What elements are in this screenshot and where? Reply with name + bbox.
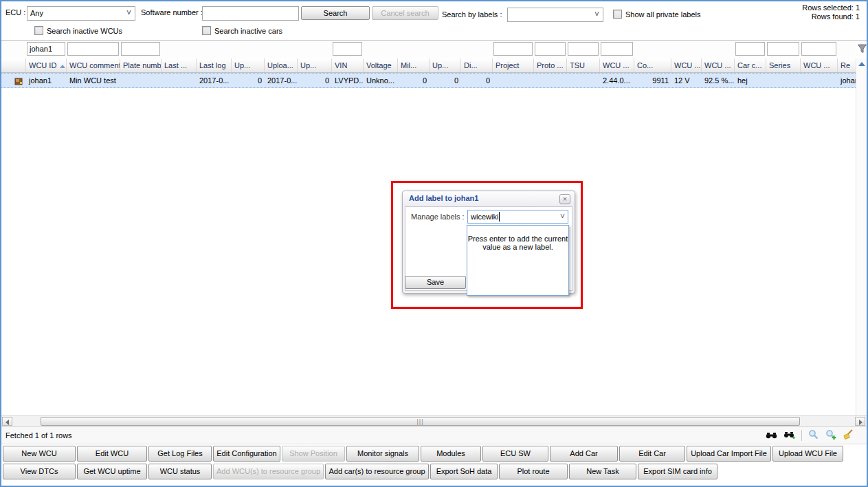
column-header-plate-number[interactable]: Plate number <box>120 58 162 72</box>
new-task-button[interactable]: New Task <box>569 464 636 479</box>
close-icon[interactable]: × <box>559 194 570 204</box>
combobox-value: wicewiki <box>471 213 498 221</box>
filter-input-wcu-id[interactable] <box>27 42 65 56</box>
fetched-rows-text: Fetched 1 of 1 rows <box>5 427 72 444</box>
column-header-co-[interactable]: Co... <box>634 58 671 72</box>
column-header-mil-[interactable]: Mil... <box>398 58 430 72</box>
column-header-last-[interactable]: Last ... <box>162 58 197 72</box>
search-inactive-wcus-label: Search inactive WCUs <box>47 27 122 35</box>
filter-input-wcu-[interactable] <box>801 42 836 56</box>
column-header-up-[interactable]: Up... <box>430 58 461 72</box>
filter-input-proto-[interactable] <box>535 42 566 56</box>
find-icon[interactable] <box>766 430 777 442</box>
wcu-status-button[interactable]: WCU status <box>148 464 212 479</box>
add-car-s-to-resource-group-button[interactable]: Add car(s) to resource group <box>325 464 429 479</box>
column-header-re[interactable]: Re <box>838 58 856 72</box>
column-header-uploa-[interactable]: Uploa... <box>265 58 298 72</box>
dropdown-hint-line1: Press enter to add the current <box>467 235 568 243</box>
rows-found-text: Rows found: 1 <box>812 12 860 21</box>
search-button[interactable]: Search <box>301 6 370 20</box>
save-button[interactable]: Save <box>405 276 466 289</box>
scroll-up-icon[interactable] <box>858 62 865 66</box>
column-header-up-[interactable]: Up... <box>232 58 265 72</box>
magnifier-add-icon[interactable] <box>825 429 836 442</box>
get-wcu-uptime-button[interactable]: Get WCU uptime <box>77 464 147 479</box>
upload-wcu-file-button[interactable]: Upload WCU File <box>772 446 843 462</box>
search-by-labels-label: Search by labels : <box>442 10 502 19</box>
column-header-series[interactable]: Series <box>766 58 801 72</box>
row-cell-di-: 0 <box>461 74 493 87</box>
search-inactive-cars-label: Search inactive cars <box>214 27 282 35</box>
column-header-di-[interactable]: Di... <box>461 58 493 72</box>
column-header-car-c-[interactable]: Car c... <box>735 58 766 72</box>
filter-input-project[interactable] <box>493 42 533 56</box>
column-header-project[interactable]: Project <box>493 58 534 72</box>
dialog-titlebar[interactable]: Add label to johan1 × <box>403 191 575 206</box>
filter-input-wcu-[interactable] <box>601 42 633 56</box>
filter-input-car-c-[interactable] <box>735 42 765 56</box>
text-cursor <box>499 212 500 221</box>
column-header-selector[interactable] <box>1 58 26 72</box>
column-header-tsu[interactable]: TSU <box>567 58 600 72</box>
vertical-scrollbar[interactable] <box>856 58 867 416</box>
upload-car-import-file-button[interactable]: Upload Car Import File <box>687 446 771 462</box>
filter-input-vin[interactable] <box>333 42 362 56</box>
get-log-files-button[interactable]: Get Log Files <box>148 446 212 462</box>
ecu-sw-button[interactable]: ECU SW <box>482 446 548 462</box>
column-header-last-log[interactable]: Last log <box>197 58 232 72</box>
edit-car-button[interactable]: Edit Car <box>619 446 685 462</box>
row-cell-re: johan_ <box>838 74 856 87</box>
scrollbar-thumb[interactable]: ||| <box>41 417 800 426</box>
plot-route-button[interactable]: Plot route <box>499 464 568 479</box>
column-header-proto-[interactable]: Proto ... <box>534 58 567 72</box>
scroll-left-button[interactable] <box>2 417 12 426</box>
table-row-selected[interactable]: johan1Min WCU test2017-0...02017-0...0LV… <box>1 73 856 88</box>
chevron-down-icon: ˅ <box>594 10 599 19</box>
search-inactive-wcus-checkbox[interactable] <box>34 26 43 35</box>
column-header-vin[interactable]: VIN <box>332 58 364 72</box>
column-header-wcu-[interactable]: WCU ... <box>702 58 735 72</box>
add-car-button[interactable]: Add Car <box>550 446 618 462</box>
ecu-select[interactable]: Any ˅ <box>27 6 135 21</box>
filter-input-plate-number[interactable] <box>121 42 160 56</box>
column-header-wcu-comment[interactable]: WCU comment <box>67 58 120 72</box>
column-header-wcu-[interactable]: WCU ... <box>600 58 634 72</box>
chevron-down-icon: ˅ <box>560 212 565 221</box>
software-number-input[interactable] <box>202 6 299 21</box>
export-sim-card-info-button[interactable]: Export SIM card info <box>638 464 717 479</box>
column-header-wcu-id[interactable]: WCU ID <box>26 58 67 72</box>
column-header-wcu-[interactable]: WCU ... <box>671 58 702 72</box>
edit-configuration-button[interactable]: Edit Configuration <box>213 446 280 462</box>
search-by-labels-select[interactable]: ˅ <box>507 8 603 22</box>
grid-header-row: WCU IDWCU commentPlate numberLast ...Las… <box>1 58 856 73</box>
modules-button[interactable]: Modules <box>421 446 481 462</box>
column-header-wcu-[interactable]: WCU ... <box>801 58 838 72</box>
row-cell-project <box>493 74 534 87</box>
filter-input-wcu-comment[interactable] <box>67 42 119 56</box>
scroll-right-button[interactable] <box>855 417 865 426</box>
monitor-signals-button[interactable]: Monitor signals <box>346 446 419 462</box>
magnifier-icon[interactable] <box>808 429 819 442</box>
action-button-row-1: New WCUEdit WCUGet Log FilesEdit Configu… <box>3 446 843 462</box>
view-dtcs-button[interactable]: View DTCs <box>3 464 76 479</box>
show-all-private-labels-checkbox[interactable] <box>613 10 622 19</box>
row-cell-series <box>766 74 801 87</box>
filter-funnel-icon[interactable] <box>857 43 867 56</box>
column-header-up-[interactable]: Up... <box>298 58 332 72</box>
find-add-icon[interactable] <box>783 430 795 442</box>
export-soh-data-button[interactable]: Export SoH data <box>430 464 498 479</box>
row-cell-wcu-: 2.44.0... <box>600 74 634 87</box>
column-header-voltage[interactable]: Voltage <box>364 58 398 72</box>
manage-labels-combobox[interactable]: wicewiki ˅ <box>467 210 568 224</box>
action-button-row-2: View DTCsGet WCU uptimeWCU statusAdd WCU… <box>3 464 717 479</box>
ecu-label: ECU : <box>5 8 25 17</box>
search-inactive-cars-checkbox[interactable] <box>202 26 211 35</box>
edit-wcu-button[interactable]: Edit WCU <box>77 446 147 462</box>
filter-input-tsu[interactable] <box>568 42 599 56</box>
horizontal-scrollbar[interactable]: ||| <box>1 415 867 427</box>
row-cell-wcu-: 92.5 %... <box>702 74 735 87</box>
combobox-dropdown-panel: Press enter to add the current value as … <box>467 225 569 296</box>
filter-input-series[interactable] <box>767 42 799 56</box>
broom-icon[interactable] <box>843 429 854 442</box>
new-wcu-button[interactable]: New WCU <box>3 446 76 462</box>
